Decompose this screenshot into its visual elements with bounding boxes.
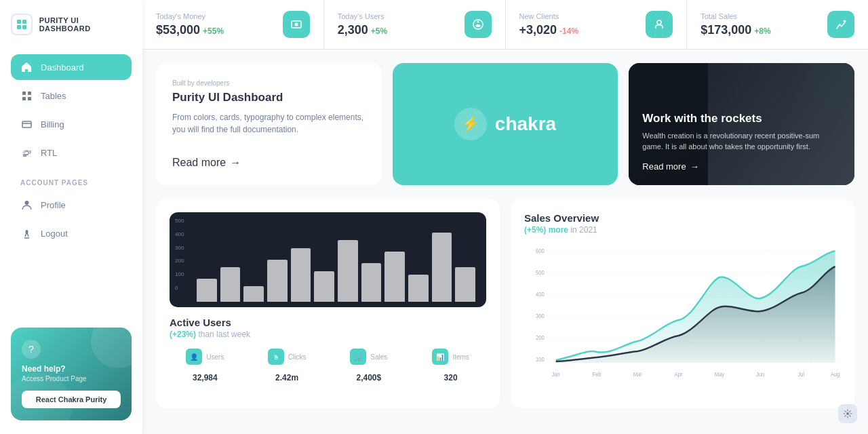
metric-label-sales: Sales <box>370 353 387 361</box>
rocket-read-more-link[interactable]: Read more → <box>642 161 841 172</box>
bar-8 <box>384 252 405 302</box>
brand-title: PURITY UI DASHBOARD <box>39 16 132 33</box>
chart-y-labels: 500 400 300 200 100 0 <box>175 218 184 291</box>
built-by-label: Built by developers <box>172 79 366 87</box>
table-icon <box>20 90 33 102</box>
svg-text:600: 600 <box>536 247 545 254</box>
banner-description: From colors, cards, typography to comple… <box>172 111 366 136</box>
bar-6 <box>338 240 358 302</box>
sidebar-label-profile: Profile <box>41 200 66 210</box>
stat-label-users: Today's Users <box>338 12 387 20</box>
sidebar-item-dashboard[interactable]: Dashboard <box>11 54 132 80</box>
logout-icon <box>20 227 33 239</box>
bar-5 <box>314 271 334 302</box>
stat-card-money: Today's Money $53,000+55% <box>142 0 324 49</box>
svg-point-18 <box>475 24 480 27</box>
stat-card-sales: Total Sales $173,000+8% <box>687 0 868 49</box>
svg-rect-1 <box>22 20 26 24</box>
svg-rect-8 <box>22 121 31 127</box>
stat-label-money: Today's Money <box>156 12 224 20</box>
metric-icon-users: 👤 <box>186 349 202 365</box>
sales-subtitle: (+5%) more in 2021 <box>524 225 841 235</box>
active-users-subtitle: (+23%) than last week <box>170 330 486 339</box>
svg-point-41 <box>846 412 849 415</box>
metric-item-clicks: 🖱 Clicks 2.42m <box>252 349 323 395</box>
text-banner: Built by developers Purity UI Dashboard … <box>156 63 382 185</box>
rocket-arrow-icon: → <box>690 161 699 172</box>
metric-icon-items: 📊 <box>432 349 448 365</box>
stat-change-sales: +8% <box>754 26 770 36</box>
bar-10 <box>432 233 452 302</box>
settings-icon[interactable] <box>838 404 857 423</box>
bar-4 <box>291 248 311 302</box>
svg-point-12 <box>24 201 28 205</box>
svg-rect-4 <box>22 92 26 95</box>
active-users-card: 500 400 300 200 100 0 Active Users (+23%… <box>156 199 500 408</box>
line-chart: 600 500 400 300 200 100 Jan Feb Mar Apr … <box>524 244 841 380</box>
sidebar-item-tables[interactable]: Tables <box>11 83 132 108</box>
help-subtitle: Access Product Page <box>22 375 121 382</box>
main-content: Today's Money $53,000+55% Today's Users … <box>142 0 868 434</box>
account-section-label: ACCOUNT PAGES <box>20 179 132 186</box>
metric-label-items: Items <box>452 353 469 361</box>
metric-label-users: Users <box>206 353 224 361</box>
sidebar-item-billing[interactable]: Billing <box>11 111 132 137</box>
metric-value-items: 320 <box>444 373 458 382</box>
svg-point-20 <box>844 20 846 22</box>
stat-icon-clients <box>646 11 673 38</box>
svg-point-19 <box>657 20 661 24</box>
home-icon <box>20 61 33 73</box>
active-users-rest: than last week <box>198 330 250 339</box>
bar-0 <box>197 279 217 302</box>
sidebar-item-profile[interactable]: Profile <box>11 192 132 218</box>
svg-text:200: 200 <box>536 334 545 341</box>
metric-value-clicks: 2.42m <box>275 373 298 382</box>
sales-overview-card: Sales Overview (+5%) more in 2021 <box>511 199 854 408</box>
svg-rect-0 <box>17 20 21 24</box>
stat-change-users: +5% <box>371 26 387 36</box>
svg-text:Aug: Aug <box>831 370 840 378</box>
bar-chart: 500 400 300 200 100 0 <box>170 212 486 307</box>
metric-label-clicks: Clicks <box>288 353 307 361</box>
bar-7 <box>361 263 382 302</box>
svg-text:300: 300 <box>536 312 545 319</box>
bar-11 <box>455 267 475 302</box>
stat-value-clients: +3,020-14% <box>519 23 579 37</box>
bar-2 <box>243 286 264 302</box>
svg-text:Feb: Feb <box>592 370 601 378</box>
sidebar-label-logout: Logout <box>41 229 68 239</box>
sidebar-label-tables: Tables <box>41 91 66 101</box>
svg-rect-5 <box>28 92 31 95</box>
stat-value-sales: $173,000+8% <box>701 23 770 37</box>
stat-icon-money <box>283 11 310 38</box>
sidebar-label-billing: Billing <box>41 119 64 130</box>
svg-text:Jun: Jun <box>756 370 765 378</box>
brand: PURITY UI DASHBOARD <box>11 14 132 35</box>
profile-icon <box>20 199 33 211</box>
help-icon: ? <box>22 340 41 359</box>
metric-item-items: 📊 Items 320 <box>415 349 486 395</box>
rocket-read-more-text: Read more <box>642 161 686 172</box>
stat-card-clients: New Clients +3,020-14% <box>506 0 688 49</box>
help-card: ? Need help? Access Product Page React C… <box>11 328 132 420</box>
rocket-title: Work with the rockets <box>642 112 841 125</box>
bar-3 <box>267 260 288 302</box>
sidebar-label-dashboard: Dashboard <box>41 62 84 73</box>
help-button[interactable]: React Chakra Purity <box>22 391 121 408</box>
read-more-text: Read more <box>172 157 226 169</box>
chakra-logo: ⚡ <box>454 108 487 140</box>
read-more-link[interactable]: Read more → <box>172 157 366 169</box>
metric-value-sales: 2,400$ <box>357 373 382 382</box>
sidebar-label-rtl: RTL <box>41 148 57 158</box>
sidebar-item-rtl[interactable]: RTL <box>11 140 132 165</box>
sales-rest: in 2021 <box>570 225 597 235</box>
sidebar: PURITY UI DASHBOARD Dashboard Tables <box>0 0 142 434</box>
sidebar-item-logout[interactable]: Logout <box>11 220 132 246</box>
metric-icon-clicks: 🖱 <box>268 349 284 365</box>
svg-text:400: 400 <box>536 290 545 298</box>
stat-label-clients: New Clients <box>519 12 579 20</box>
banner-main-title: Purity UI Dashboard <box>172 91 366 104</box>
svg-text:Apr: Apr <box>675 370 683 378</box>
rocket-banner: Work with the rockets Wealth creation is… <box>629 63 854 185</box>
arrow-right-icon: → <box>230 157 241 169</box>
